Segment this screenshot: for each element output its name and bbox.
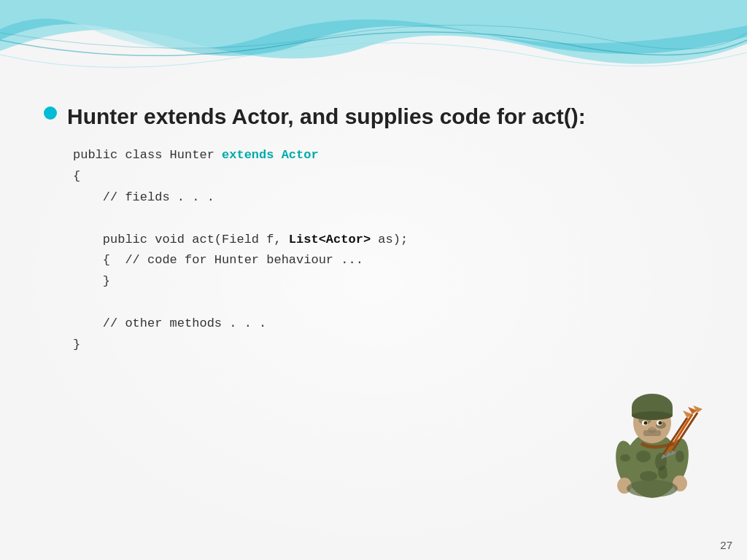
- svg-point-21: [676, 451, 684, 462]
- code-line-6: { // code for Hunter behaviour ...: [73, 250, 703, 271]
- code-line-7: }: [73, 271, 703, 292]
- svg-point-4: [658, 466, 668, 479]
- code-bold-list: List<Actor>: [289, 233, 371, 246]
- code-line-1: public class Hunter extends Actor: [73, 145, 703, 166]
- code-line-3: // fields . . .: [73, 187, 703, 209]
- code-line-2: {: [73, 166, 703, 187]
- code-block: public class Hunter extends Actor { // f…: [73, 145, 703, 356]
- svg-point-1: [636, 451, 651, 462]
- code-line-4: [73, 209, 703, 230]
- code-text-1a: public class Hunter: [73, 148, 222, 162]
- svg-point-33: [627, 480, 678, 497]
- svg-rect-17: [643, 430, 661, 436]
- code-line-9: // other methods . . .: [73, 314, 703, 335]
- code-line-5: public void act(Field f, List<Actor> as)…: [73, 230, 703, 251]
- bullet-dot: [44, 106, 57, 120]
- slide-number: 27: [720, 539, 732, 551]
- wave-decoration: [0, 0, 747, 95]
- hunter-svg: [579, 370, 725, 516]
- svg-point-14: [644, 421, 648, 425]
- svg-point-3: [640, 471, 657, 481]
- code-line-8: [73, 292, 703, 314]
- hunter-image: [579, 370, 725, 516]
- slide: Hunter extends Actor, and supplies code …: [0, 0, 747, 560]
- code-line-10: }: [73, 335, 703, 356]
- bullet-item: Hunter extends Actor, and supplies code …: [44, 102, 703, 131]
- code-keyword-extends: extends Actor: [222, 148, 319, 162]
- svg-point-15: [659, 421, 662, 425]
- svg-point-16: [650, 427, 654, 429]
- svg-point-20: [620, 454, 630, 462]
- bullet-heading: Hunter extends Actor, and supplies code …: [67, 102, 586, 131]
- svg-point-11: [632, 411, 673, 420]
